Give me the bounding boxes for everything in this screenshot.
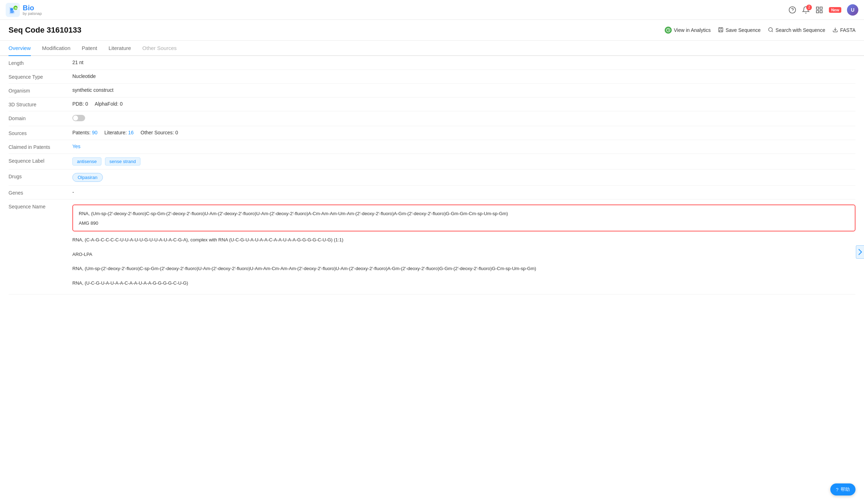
page-title: Seq Code 31610133: [9, 26, 665, 35]
notification-badge: 2: [806, 5, 812, 10]
drugs-row: Drugs Olpasiran: [9, 169, 855, 186]
svg-rect-8: [820, 10, 822, 12]
svg-rect-7: [816, 10, 819, 12]
tab-patent[interactable]: Patent: [82, 41, 97, 56]
genes-row: Genes -: [9, 186, 855, 200]
view-analytics-button[interactable]: View in Analytics: [665, 27, 711, 34]
sequence-type-row: Sequence Type Nucleotide: [9, 70, 855, 84]
alphafold-value: 0: [120, 101, 123, 107]
drugs-value: Olpasiran: [72, 173, 855, 182]
literature-link[interactable]: 16: [128, 130, 134, 135]
highlighted-sequence-box: RNA, (Um-sp-(2′-deoxy-2′-fluoro)C-sp-Gm-…: [72, 205, 855, 231]
notifications-button[interactable]: 2: [802, 6, 810, 14]
sources-label: Sources: [9, 130, 72, 136]
length-row: Length 21 nt: [9, 56, 855, 70]
search-sequence-button[interactable]: Search with Sequence: [768, 27, 825, 34]
search-icon: [768, 27, 774, 34]
apps-button[interactable]: [815, 6, 823, 14]
literature-label: Literature:: [104, 130, 127, 135]
content-area: Length 21 nt Sequence Type Nucleotide Or…: [0, 56, 864, 295]
genes-label: Genes: [9, 189, 72, 196]
tag-sense-strand: sense strand: [105, 157, 140, 166]
drug-olpasiran[interactable]: Olpasiran: [72, 173, 103, 182]
sequence-type-label: Sequence Type: [9, 73, 72, 80]
fasta-button[interactable]: FASTA: [832, 27, 855, 34]
download-icon: [832, 27, 838, 34]
drugs-label: Drugs: [9, 173, 72, 179]
seq-name-label: Sequence Name: [9, 203, 72, 209]
logo-text: Bio by patsnap: [23, 4, 42, 16]
patents-label: Patents:: [72, 130, 90, 135]
length-value: 21 nt: [72, 60, 855, 65]
structure-row: 3D Structure PDB: 0 AlphaFold: 0: [9, 97, 855, 111]
domain-label: Domain: [9, 115, 72, 121]
seq-other-1-text: RNA, (C-A-G-C-C-C-C-U-U-A-U-U-G-U-U-A-U-…: [72, 237, 343, 242]
claimed-yes-link[interactable]: Yes: [72, 144, 81, 149]
save-icon: [718, 27, 724, 34]
seq-name-other-4: RNA, (U-C-G-U-A-U-A-A-C-A-A-U-A-A-G-G-G-…: [72, 276, 855, 291]
help-icon-button[interactable]: [788, 6, 796, 14]
genes-value: -: [72, 189, 855, 195]
seq-name-other-3: RNA, (Um-sp-(2′-deoxy-2′-fluoro)C-sp-Gm-…: [72, 262, 855, 276]
tab-literature[interactable]: Literature: [109, 41, 131, 56]
nav-icons: 2 New U: [788, 4, 858, 16]
domain-toggle[interactable]: [72, 115, 85, 121]
tab-modification[interactable]: Modification: [42, 41, 71, 56]
svg-rect-10: [719, 28, 723, 32]
new-badge: New: [829, 7, 841, 13]
logo-area[interactable]: Bio Bio by patsnap: [6, 3, 42, 17]
tab-overview[interactable]: Overview: [9, 41, 31, 56]
structure-value: PDB: 0 AlphaFold: 0: [72, 101, 855, 107]
save-sequence-button[interactable]: Save Sequence: [718, 27, 761, 34]
patents-link[interactable]: 90: [92, 130, 98, 135]
organism-row: Organism synthetic construct: [9, 84, 855, 97]
save-sequence-label: Save Sequence: [726, 27, 761, 33]
user-avatar[interactable]: U: [847, 4, 858, 16]
seq-name-row: Sequence Name RNA, (Um-sp-(2′-deoxy-2′-f…: [9, 200, 855, 295]
seq-name-amg: AMG 890: [79, 220, 849, 226]
tag-antisense: antisense: [72, 157, 101, 166]
logo-sub-label: by patsnap: [23, 11, 42, 16]
pdb-label: PDB:: [72, 101, 84, 107]
main-tabs: Overview Modification Patent Literature …: [0, 41, 864, 56]
alphafold-label: AlphaFold:: [95, 101, 118, 107]
length-label: Length: [9, 60, 72, 66]
seq-name-value: RNA, (Um-sp-(2′-deoxy-2′-fluoro)C-sp-Gm-…: [72, 203, 855, 291]
search-sequence-label: Search with Sequence: [776, 27, 825, 33]
logo-icon: Bio: [6, 3, 20, 17]
other-sources-label: Other Sources:: [140, 130, 174, 135]
claimed-row: Claimed in Patents Yes: [9, 140, 855, 154]
sequence-type-value: Nucleotide: [72, 73, 855, 79]
seq-label-label: Sequence Label: [9, 157, 72, 164]
right-panel-indicator[interactable]: [856, 245, 864, 259]
seq-other-3-text: RNA, (Um-sp-(2′-deoxy-2′-fluoro)C-sp-Gm-…: [72, 266, 536, 271]
svg-line-12: [772, 31, 773, 32]
view-analytics-label: View in Analytics: [674, 27, 711, 33]
seq-name-primary: RNA, (Um-sp-(2′-deoxy-2′-fluoro)C-sp-Gm-…: [79, 210, 849, 218]
tab-other-sources: Other Sources: [142, 41, 177, 56]
seq-name-other-1: RNA, (C-A-G-C-C-C-C-U-U-A-U-U-G-U-U-A-U-…: [72, 233, 855, 247]
structure-label: 3D Structure: [9, 101, 72, 107]
page-header: Seq Code 31610133 View in Analytics Save…: [0, 20, 864, 41]
logo-bio-label: Bio: [23, 4, 42, 11]
seq-label-row: Sequence Label antisense sense strand: [9, 154, 855, 169]
claimed-value: Yes: [72, 144, 855, 149]
svg-text:Bio: Bio: [15, 6, 20, 10]
fasta-label: FASTA: [840, 27, 855, 33]
domain-value: [72, 115, 855, 122]
seq-label-value: antisense sense strand: [72, 157, 855, 166]
top-navigation: Bio Bio by patsnap 2: [0, 0, 864, 20]
sources-row: Sources Patents: 90 Literature: 16 Other…: [9, 126, 855, 140]
analytics-icon: [665, 27, 672, 34]
claimed-label: Claimed in Patents: [9, 144, 72, 150]
seq-name-other-2: ARO-LPA: [72, 247, 855, 262]
other-sources-value: 0: [175, 130, 178, 135]
organism-value: synthetic construct: [72, 87, 855, 93]
info-table: Length 21 nt Sequence Type Nucleotide Or…: [9, 56, 855, 295]
pdb-value: 0: [85, 101, 88, 107]
sources-value: Patents: 90 Literature: 16 Other Sources…: [72, 130, 855, 135]
domain-row: Domain: [9, 111, 855, 126]
svg-rect-5: [816, 7, 819, 9]
seq-other-4-text: RNA, (U-C-G-U-A-U-A-A-C-A-A-U-A-A-G-G-G-…: [72, 280, 188, 286]
svg-rect-6: [820, 7, 822, 9]
